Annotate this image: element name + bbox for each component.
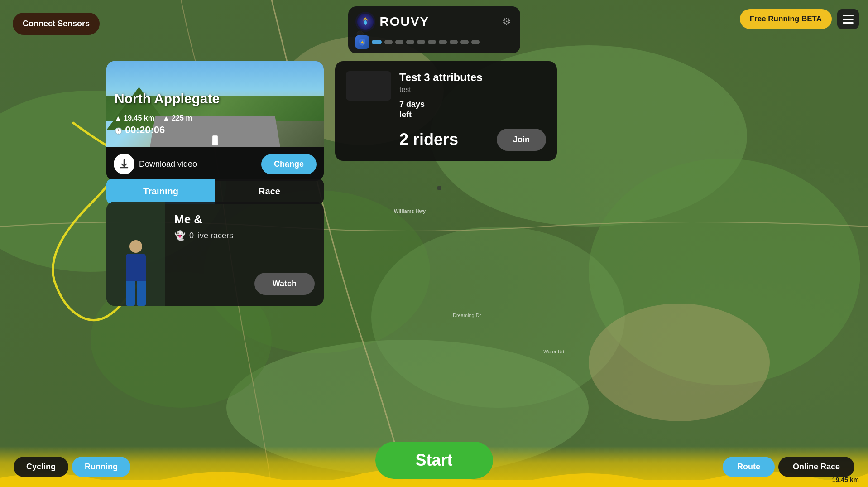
svg-text:Dreaming Dr: Dreaming Dr <box>453 313 481 318</box>
watch-button[interactable]: Watch <box>254 273 315 295</box>
progress-dot-9 <box>460 40 469 44</box>
scene-road-line <box>212 136 217 146</box>
progress-dot-2 <box>384 40 393 44</box>
rouvy-logo-icon <box>355 12 375 32</box>
route-card-bottom: Download video Change <box>106 147 324 181</box>
race-card: Test 3 attributes test 7 daysleft 2 ride… <box>335 61 557 161</box>
rouvy-header-bottom <box>355 35 511 49</box>
me-card-title: Me & <box>174 212 315 227</box>
ghost-icon: 👻 <box>174 230 186 241</box>
distance-label: 19.45 km <box>832 476 859 483</box>
route-tab[interactable]: Route <box>723 457 775 477</box>
avatar-head <box>129 240 142 253</box>
cycling-tab[interactable]: Cycling <box>14 457 68 477</box>
race-card-subtitle: test <box>399 86 546 94</box>
hamburger-line-3 <box>843 22 854 24</box>
hamburger-line-2 <box>843 19 854 20</box>
race-card-thumbnail <box>346 71 391 101</box>
rouvy-logo-area: ROUVY <box>355 12 430 32</box>
training-tab[interactable]: Training <box>106 179 215 204</box>
svg-point-13 <box>437 186 441 190</box>
route-type-tabs: Route Online Race <box>723 457 854 477</box>
avatar-right-leg <box>137 281 146 306</box>
me-card-info: Me & 👻 0 live racers Watch <box>165 202 324 306</box>
race-card-title: Test 3 attributes <box>399 71 546 84</box>
progress-dot-7 <box>439 40 447 44</box>
route-time: 🕐 00:20:06 <box>115 124 165 136</box>
route-distance-stat: ▲ 19.45 km <box>115 114 154 122</box>
rouvy-header: ROUVY ⚙ <box>348 6 520 53</box>
route-image: North Applegate ▲ 19.45 km ▲ 225 m 🕐 00:… <box>106 61 324 147</box>
free-running-button[interactable]: Free Running BETA <box>740 9 832 29</box>
start-button[interactable]: Start <box>375 442 493 479</box>
svg-point-7 <box>371 227 625 408</box>
me-card-avatar <box>106 202 165 306</box>
rouvy-header-top: ROUVY ⚙ <box>355 12 511 32</box>
rouvy-title: ROUVY <box>380 14 430 29</box>
progress-dot-1 <box>372 40 382 44</box>
me-card: Me & 👻 0 live racers Watch <box>106 202 324 306</box>
route-stats: ▲ 19.45 km ▲ 225 m <box>115 114 192 122</box>
download-video-label: Download video <box>139 159 197 169</box>
route-elevation-stat: ▲ 225 m <box>163 114 192 122</box>
progress-dot-4 <box>406 40 414 44</box>
hamburger-line-1 <box>843 15 854 16</box>
download-circle-icon <box>114 154 134 174</box>
route-title: North Applegate <box>115 91 220 106</box>
avatar-legs <box>126 281 146 306</box>
race-tab[interactable]: Race <box>215 179 324 204</box>
progress-dot-6 <box>428 40 436 44</box>
progress-dot-3 <box>395 40 403 44</box>
live-racers-count: 👻 0 live racers <box>174 230 315 241</box>
running-tab[interactable]: Running <box>72 457 130 477</box>
join-race-button[interactable]: Join <box>497 129 546 151</box>
hamburger-menu-button[interactable] <box>837 9 859 29</box>
download-video-button[interactable]: Download video <box>114 154 256 174</box>
riders-count: 2 riders <box>399 130 458 149</box>
training-race-tabs: Training Race <box>106 179 324 204</box>
gear-icon[interactable]: ⚙ <box>502 16 511 28</box>
race-card-info: Test 3 attributes test 7 daysleft 2 ride… <box>399 71 546 151</box>
svg-point-8 <box>589 304 770 421</box>
svg-text:Water Rd: Water Rd <box>543 349 564 354</box>
online-race-tab[interactable]: Online Race <box>778 457 854 477</box>
progress-dot-10 <box>471 40 480 44</box>
progress-dot-8 <box>450 40 458 44</box>
progress-dot-5 <box>417 40 425 44</box>
route-card: North Applegate ▲ 19.45 km ▲ 225 m 🕐 00:… <box>106 61 324 181</box>
activity-tabs: Cycling Running <box>14 457 130 477</box>
connect-sensors-button[interactable]: Connect Sensors <box>13 13 100 35</box>
svg-text:Williams Hwy: Williams Hwy <box>394 208 426 214</box>
race-card-days-left: 7 daysleft <box>399 99 546 121</box>
race-card-bottom: 2 riders Join <box>399 129 546 151</box>
bottom-bar: Cycling Running Start Route Online Race <box>0 446 868 487</box>
avatar-body <box>126 254 146 281</box>
progress-dots <box>372 40 511 44</box>
top-right-area: Free Running BETA <box>740 9 859 29</box>
shield-badge <box>355 35 369 49</box>
avatar-left-leg <box>126 281 135 306</box>
change-route-button[interactable]: Change <box>261 154 317 174</box>
